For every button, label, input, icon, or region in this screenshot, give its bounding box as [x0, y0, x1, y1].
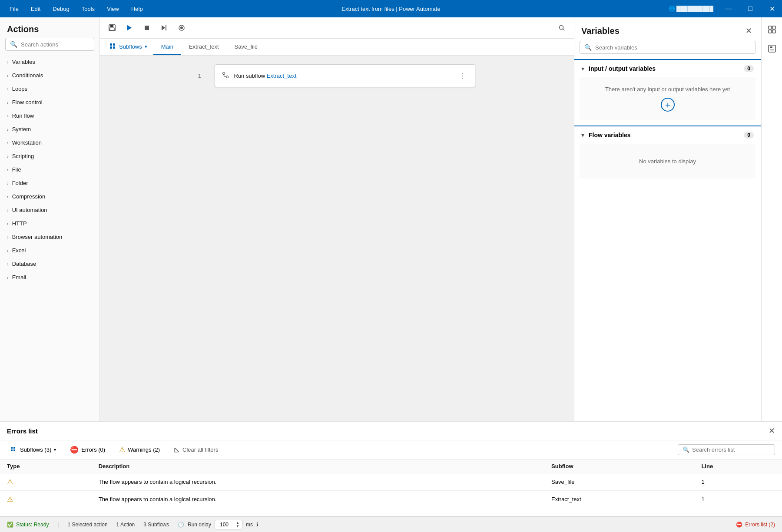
menu-file[interactable]: File: [4, 4, 24, 14]
action-menu-button[interactable]: ⋮: [457, 70, 468, 82]
svg-rect-20: [772, 30, 775, 33]
step-button[interactable]: [157, 21, 171, 35]
error-description-cell: The flow appears to contain a logical re…: [92, 491, 544, 508]
tab-extract-text[interactable]: Extract_text: [181, 39, 227, 55]
action-item-folder[interactable]: › Folder: [0, 176, 99, 190]
svg-point-16: [226, 76, 228, 78]
svg-rect-18: [772, 26, 775, 29]
action-item-loops[interactable]: › Loops: [0, 82, 99, 96]
actions-heading: Actions: [0, 17, 99, 38]
errors-close-button[interactable]: ✕: [769, 426, 775, 436]
svg-rect-19: [769, 30, 772, 33]
svg-line-28: [175, 448, 179, 452]
input-output-section-header[interactable]: ▾ Input / output variables 0: [574, 60, 761, 77]
tab-save-file[interactable]: Save_file: [227, 39, 265, 55]
variables-close-button[interactable]: ✕: [744, 24, 754, 37]
col-header-line: Line: [694, 459, 782, 473]
minimize-button[interactable]: —: [719, 0, 739, 17]
action-item-flow-control[interactable]: › Flow control: [0, 96, 99, 109]
save-button[interactable]: [105, 21, 119, 35]
subflows-label: Subflows: [119, 43, 142, 50]
errors-filter-button[interactable]: ⛔ Errors (0): [66, 444, 109, 456]
action-item-workstation[interactable]: › Workstation: [0, 136, 99, 149]
svg-line-10: [563, 29, 565, 31]
action-line-number: 1: [198, 73, 207, 79]
col-header-description: Description: [92, 459, 544, 473]
warnings-filter-button[interactable]: ⚠ Warnings (2): [116, 444, 163, 456]
chevron-right-icon: ›: [7, 194, 9, 199]
add-input-output-variable-button[interactable]: ＋: [661, 98, 675, 112]
clear-filters-button[interactable]: Clear all filters: [170, 445, 222, 455]
subflows-filter-button[interactable]: Subflows (3) ▾: [7, 445, 60, 455]
action-item-label: Browser automation: [12, 234, 63, 240]
table-row: ⚠ The flow appears to contain a logical …: [0, 491, 782, 508]
app-title: Extract text from files | Power Automate: [341, 6, 440, 12]
action-item-database[interactable]: › Database: [0, 257, 99, 271]
action-item-variables[interactable]: › Variables: [0, 55, 99, 69]
chevron-right-icon: ›: [7, 73, 9, 78]
flow-variables-title: Flow variables: [589, 132, 739, 139]
chevron-right-icon: ›: [7, 181, 9, 186]
action-item-run-flow[interactable]: › Run flow: [0, 109, 99, 122]
search-button[interactable]: [555, 21, 569, 35]
status-text: Status: Ready: [16, 522, 49, 528]
actions-list: › Variables › Conditionals › Loops › Flo…: [0, 55, 99, 421]
side-icon-ui-elements[interactable]: [763, 40, 781, 57]
action-item-file[interactable]: › File: [0, 163, 99, 176]
errors-list-status-button[interactable]: ⛔ Errors list (2): [736, 522, 775, 528]
action-item-conditionals[interactable]: › Conditionals: [0, 69, 99, 82]
search-icon: 🔍: [584, 44, 592, 51]
search-variables-input[interactable]: [595, 44, 751, 51]
action-item-label: Excel: [12, 247, 26, 254]
action-item-label: UI automation: [12, 207, 47, 213]
errors-search-box[interactable]: 🔍: [678, 444, 775, 455]
flow-variables-count: 0: [744, 132, 754, 139]
menu-edit[interactable]: Edit: [26, 4, 46, 14]
tabs-bar: Subflows ▾ Main Extract_text Save_file: [100, 39, 574, 56]
action-item-ui-automation[interactable]: › UI automation: [0, 203, 99, 217]
subflows-dropdown-button[interactable]: Subflows ▾: [103, 39, 153, 55]
variables-search-box[interactable]: 🔍: [580, 41, 755, 54]
flow-variables-section-header[interactable]: ▾ Flow variables 0: [574, 126, 761, 144]
search-errors-input[interactable]: [692, 446, 770, 453]
menu-view[interactable]: View: [102, 4, 124, 14]
maximize-button[interactable]: □: [740, 0, 760, 17]
chevron-right-icon: ›: [7, 86, 9, 92]
errors-header: Errors list ✕: [0, 422, 782, 440]
action-item-http[interactable]: › HTTP: [0, 217, 99, 230]
tab-main[interactable]: Main: [153, 39, 181, 55]
run-delay-value-input[interactable]: 100: [218, 522, 235, 528]
actions-search-box[interactable]: 🔍: [5, 38, 94, 51]
run-delay-input-group[interactable]: 100 ▲ ▼: [215, 520, 242, 529]
side-icon-variables[interactable]: [763, 21, 781, 38]
stop-button[interactable]: [140, 21, 154, 35]
action-keyword: Run subflow: [234, 73, 265, 79]
editor-toolbar: [100, 17, 574, 39]
warning-icon: ⚠: [119, 446, 125, 454]
action-item-compression[interactable]: › Compression: [0, 190, 99, 203]
menu-tools[interactable]: Tools: [76, 4, 100, 14]
action-item-email[interactable]: › Email: [0, 271, 99, 284]
search-actions-input[interactable]: [21, 41, 89, 48]
account-label: 🌐 ██████████: [665, 6, 717, 12]
menu-debug[interactable]: Debug: [47, 4, 74, 14]
chevron-right-icon: ›: [7, 261, 9, 267]
chevron-right-icon: ›: [7, 140, 9, 145]
action-item-excel[interactable]: › Excel: [0, 244, 99, 257]
action-item-label: System: [12, 126, 31, 132]
clear-filters-label: Clear all filters: [182, 446, 218, 453]
menu-help[interactable]: Help: [126, 4, 148, 14]
spinner-down-button[interactable]: ▼: [236, 525, 239, 528]
action-item-browser-automation[interactable]: › Browser automation: [0, 230, 99, 244]
close-button[interactable]: ✕: [762, 0, 782, 17]
action-item-scripting[interactable]: › Scripting: [0, 149, 99, 163]
col-header-subflow: Subflow: [544, 459, 694, 473]
record-button[interactable]: [175, 21, 189, 35]
error-subflow-cell: Save_file: [544, 473, 694, 491]
run-button[interactable]: [123, 21, 136, 35]
subflows-filter-label: Subflows (3): [20, 446, 51, 453]
action-item-label: Compression: [12, 193, 46, 200]
action-block[interactable]: Run subflow Extract_text ⋮: [215, 64, 475, 87]
action-item-system[interactable]: › System: [0, 122, 99, 136]
error-type-cell: ⚠: [0, 473, 92, 491]
